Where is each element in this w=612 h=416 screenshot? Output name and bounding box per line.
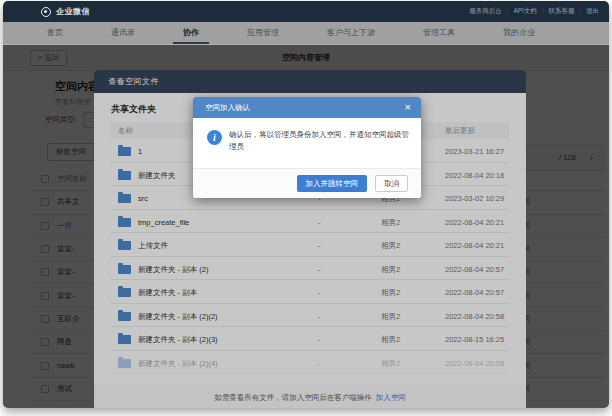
nav-tab[interactable]: 管理工具 xyxy=(413,22,465,44)
confirm-modal-footer: 加入并跳转空间 取消 xyxy=(193,168,421,198)
nav-tab[interactable]: 协作 xyxy=(173,22,209,44)
confirm-modal-body: i 确认后，将以管理员身份加入空间，并通知空间超级管理员 xyxy=(193,118,421,154)
brand-name: 企业微信 xyxy=(56,6,90,17)
info-icon: i xyxy=(207,130,222,145)
wecom-logo-icon xyxy=(41,7,51,17)
app-window: 企业微信 服务商后台API文档联系客服退出 首页通讯录协作应用管理客户与上下游管… xyxy=(3,1,609,408)
topbar-link[interactable]: API文档 xyxy=(502,7,537,16)
topbar: 企业微信 服务商后台API文档联系客服退出 xyxy=(3,1,609,22)
main-nav: 首页通讯录协作应用管理客户与上下游管理工具我的企业 xyxy=(3,22,609,45)
confirm-modal-title: 空间加入确认 xyxy=(205,103,250,113)
topbar-link[interactable]: 退出 xyxy=(574,7,599,16)
nav-tab[interactable]: 通讯录 xyxy=(101,22,145,44)
nav-tab[interactable]: 应用管理 xyxy=(237,22,289,44)
brand[interactable]: 企业微信 xyxy=(41,6,90,17)
join-and-jump-button[interactable]: 加入并跳转空间 xyxy=(297,175,368,192)
nav-tab[interactable]: 客户与上下游 xyxy=(317,22,385,44)
topbar-link[interactable]: 联系客服 xyxy=(537,7,575,16)
close-icon[interactable]: × xyxy=(405,102,411,113)
nav-tab[interactable]: 首页 xyxy=(37,22,73,44)
cancel-button[interactable]: 取消 xyxy=(375,175,408,192)
confirm-modal: 空间加入确认 × i 确认后，将以管理员身份加入空间，并通知空间超级管理员 加入… xyxy=(193,97,421,198)
topbar-link[interactable]: 服务商后台 xyxy=(469,7,502,16)
confirm-modal-header: 空间加入确认 × xyxy=(193,97,421,118)
confirm-message: 确认后，将以管理员身份加入空间，并通知空间超级管理员 xyxy=(229,129,409,154)
nav-tab[interactable]: 我的企业 xyxy=(493,22,545,44)
topbar-links: 服务商后台API文档联系客服退出 xyxy=(469,7,599,16)
